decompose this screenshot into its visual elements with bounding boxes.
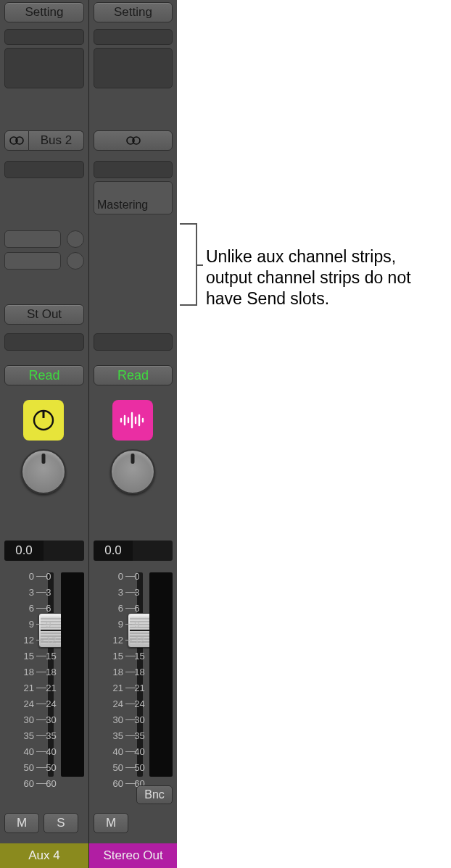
scale-tick: 9: [38, 619, 58, 630]
slot-gain[interactable]: [4, 29, 84, 45]
scale-tick: 35: [38, 730, 58, 741]
channel-name[interactable]: Stereo Out: [89, 843, 177, 868]
scale-tick: 18: [126, 667, 146, 677]
peak-display: [133, 541, 173, 561]
send-slot-2[interactable]: [4, 252, 61, 270]
scale-tick: 18: [38, 667, 58, 677]
waveform-icon: [118, 410, 147, 430]
meter-scale: 036912151821243035405060: [38, 571, 58, 778]
scale-tick: 24: [38, 698, 58, 709]
scale-tick: 6: [38, 603, 58, 614]
send-knob-1[interactable]: [67, 230, 84, 248]
annotation-text: Unlike aux channel strips, output channe…: [206, 246, 431, 309]
scale-tick: 60: [38, 778, 58, 789]
input-label[interactable]: Bus 2: [29, 130, 84, 151]
scale-tick: 12: [126, 635, 146, 646]
svg-rect-3: [43, 411, 45, 418]
pan-knob[interactable]: [21, 449, 66, 494]
setting-button[interactable]: Setting: [94, 2, 173, 22]
slot-eq[interactable]: [94, 48, 173, 88]
track-icon[interactable]: [23, 400, 64, 441]
slot-gain[interactable]: [94, 29, 173, 45]
scale-tick: 50: [126, 762, 146, 773]
fader-area: 036912151821243035405060 036912151821243…: [4, 569, 84, 780]
channel-strip-output: Setting Mastering Read: [88, 0, 177, 868]
mute-button[interactable]: M: [94, 813, 128, 833]
output-button[interactable]: St Out: [4, 304, 84, 325]
track-icon[interactable]: [112, 400, 153, 441]
mastering-slot[interactable]: Mastering: [94, 181, 173, 214]
send-knob-2[interactable]: [67, 252, 84, 270]
mute-button[interactable]: M: [4, 813, 39, 833]
mixer-strips: Setting Bus 2 St Out Read 0.0: [0, 0, 177, 868]
volume-value[interactable]: 0.0: [94, 541, 133, 561]
fader-area: 036912151821243035405060 036912151821243…: [94, 569, 173, 780]
level-meter: [61, 572, 84, 777]
scale-tick: 21: [126, 683, 146, 693]
scale-tick: 12: [38, 635, 58, 646]
scale-tick: 50: [38, 762, 58, 773]
mastering-label: Mastering: [97, 199, 148, 212]
scale-tick: 0: [126, 571, 146, 582]
slot-group[interactable]: [94, 333, 173, 351]
stereo-icon[interactable]: [94, 130, 173, 151]
channel-name[interactable]: Aux 4: [0, 843, 88, 868]
solo-button[interactable]: S: [44, 813, 78, 833]
callout-bracket: [178, 223, 197, 306]
scale-tick: 3: [38, 587, 58, 598]
automation-mode-button[interactable]: Read: [94, 365, 173, 385]
level-meter: [149, 572, 173, 777]
scale-tick: 3: [126, 587, 146, 598]
channel-strip-aux: Setting Bus 2 St Out Read 0.0: [0, 0, 88, 868]
scale-tick: 40: [38, 746, 58, 757]
automation-mode-button[interactable]: Read: [4, 365, 84, 385]
bounce-button[interactable]: Bnc: [136, 785, 173, 804]
scale-tick: 15: [38, 651, 58, 662]
knob-icon: [30, 407, 57, 433]
meter-scale: 036912151821243035405060: [126, 571, 146, 778]
scale-tick: 24: [126, 698, 146, 709]
stereo-mode[interactable]: [94, 130, 173, 151]
scale-tick: 35: [126, 730, 146, 741]
slot-insert-1[interactable]: [4, 161, 84, 178]
peak-display: [44, 541, 84, 561]
scale-tick: 6: [126, 603, 146, 614]
balance-knob[interactable]: [110, 449, 155, 494]
scale-tick: 40: [126, 746, 146, 757]
scale-tick: 0: [38, 571, 58, 582]
setting-button[interactable]: Setting: [4, 2, 84, 22]
slot-insert-1[interactable]: [94, 161, 173, 178]
scale-tick: 9: [126, 619, 146, 630]
input-row[interactable]: Bus 2: [4, 130, 84, 151]
callout-stem: [197, 264, 203, 266]
volume-value[interactable]: 0.0: [4, 541, 44, 561]
slot-eq[interactable]: [4, 48, 84, 88]
stereo-icon[interactable]: [4, 130, 29, 151]
scale-tick: 30: [126, 714, 146, 725]
scale-tick: 21: [38, 683, 58, 693]
scale-tick: 15: [126, 651, 146, 662]
slot-group[interactable]: [4, 333, 84, 351]
scale-tick: 30: [38, 714, 58, 725]
send-slot-1[interactable]: [4, 230, 61, 248]
